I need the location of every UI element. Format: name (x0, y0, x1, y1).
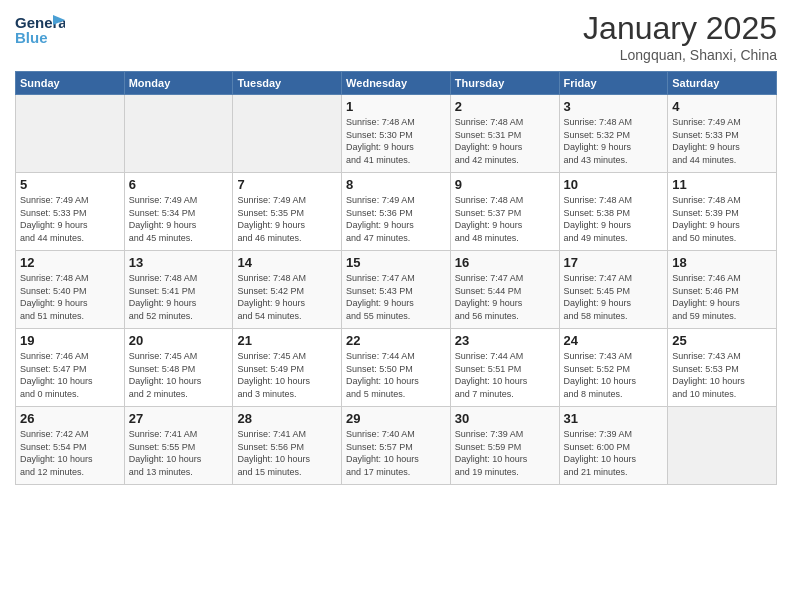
day-info: Sunrise: 7:44 AM Sunset: 5:51 PM Dayligh… (455, 350, 555, 400)
day-number: 26 (20, 411, 120, 426)
calendar-cell: 14Sunrise: 7:48 AM Sunset: 5:42 PM Dayli… (233, 251, 342, 329)
calendar-cell: 3Sunrise: 7:48 AM Sunset: 5:32 PM Daylig… (559, 95, 668, 173)
day-info: Sunrise: 7:47 AM Sunset: 5:43 PM Dayligh… (346, 272, 446, 322)
day-info: Sunrise: 7:42 AM Sunset: 5:54 PM Dayligh… (20, 428, 120, 478)
day-info: Sunrise: 7:48 AM Sunset: 5:31 PM Dayligh… (455, 116, 555, 166)
day-info: Sunrise: 7:48 AM Sunset: 5:32 PM Dayligh… (564, 116, 664, 166)
header-wednesday: Wednesday (342, 72, 451, 95)
calendar-cell: 24Sunrise: 7:43 AM Sunset: 5:52 PM Dayli… (559, 329, 668, 407)
calendar-cell: 31Sunrise: 7:39 AM Sunset: 6:00 PM Dayli… (559, 407, 668, 485)
header: General Blue January 2025 Longquan, Shan… (15, 10, 777, 63)
calendar-cell: 10Sunrise: 7:48 AM Sunset: 5:38 PM Dayli… (559, 173, 668, 251)
day-number: 17 (564, 255, 664, 270)
calendar-week-4: 26Sunrise: 7:42 AM Sunset: 5:54 PM Dayli… (16, 407, 777, 485)
day-number: 3 (564, 99, 664, 114)
day-number: 20 (129, 333, 229, 348)
day-number: 18 (672, 255, 772, 270)
day-info: Sunrise: 7:48 AM Sunset: 5:37 PM Dayligh… (455, 194, 555, 244)
header-sunday: Sunday (16, 72, 125, 95)
calendar-cell: 1Sunrise: 7:48 AM Sunset: 5:30 PM Daylig… (342, 95, 451, 173)
day-info: Sunrise: 7:48 AM Sunset: 5:30 PM Dayligh… (346, 116, 446, 166)
day-number: 14 (237, 255, 337, 270)
day-number: 2 (455, 99, 555, 114)
day-number: 9 (455, 177, 555, 192)
calendar-cell: 25Sunrise: 7:43 AM Sunset: 5:53 PM Dayli… (668, 329, 777, 407)
calendar-cell: 30Sunrise: 7:39 AM Sunset: 5:59 PM Dayli… (450, 407, 559, 485)
day-number: 29 (346, 411, 446, 426)
calendar-table: Sunday Monday Tuesday Wednesday Thursday… (15, 71, 777, 485)
calendar-cell: 19Sunrise: 7:46 AM Sunset: 5:47 PM Dayli… (16, 329, 125, 407)
calendar-cell: 27Sunrise: 7:41 AM Sunset: 5:55 PM Dayli… (124, 407, 233, 485)
header-tuesday: Tuesday (233, 72, 342, 95)
month-title: January 2025 (583, 10, 777, 47)
calendar-cell: 17Sunrise: 7:47 AM Sunset: 5:45 PM Dayli… (559, 251, 668, 329)
day-info: Sunrise: 7:40 AM Sunset: 5:57 PM Dayligh… (346, 428, 446, 478)
calendar-cell: 8Sunrise: 7:49 AM Sunset: 5:36 PM Daylig… (342, 173, 451, 251)
calendar-cell (233, 95, 342, 173)
calendar-cell (668, 407, 777, 485)
day-number: 15 (346, 255, 446, 270)
day-number: 5 (20, 177, 120, 192)
day-number: 27 (129, 411, 229, 426)
calendar-week-3: 19Sunrise: 7:46 AM Sunset: 5:47 PM Dayli… (16, 329, 777, 407)
day-number: 23 (455, 333, 555, 348)
header-saturday: Saturday (668, 72, 777, 95)
svg-text:Blue: Blue (15, 29, 48, 46)
day-info: Sunrise: 7:39 AM Sunset: 6:00 PM Dayligh… (564, 428, 664, 478)
calendar-cell: 23Sunrise: 7:44 AM Sunset: 5:51 PM Dayli… (450, 329, 559, 407)
logo-icon: General Blue (15, 10, 65, 50)
calendar-cell: 7Sunrise: 7:49 AM Sunset: 5:35 PM Daylig… (233, 173, 342, 251)
day-info: Sunrise: 7:49 AM Sunset: 5:36 PM Dayligh… (346, 194, 446, 244)
day-info: Sunrise: 7:44 AM Sunset: 5:50 PM Dayligh… (346, 350, 446, 400)
calendar-cell: 2Sunrise: 7:48 AM Sunset: 5:31 PM Daylig… (450, 95, 559, 173)
calendar-cell (16, 95, 125, 173)
day-number: 10 (564, 177, 664, 192)
day-number: 1 (346, 99, 446, 114)
calendar-week-0: 1Sunrise: 7:48 AM Sunset: 5:30 PM Daylig… (16, 95, 777, 173)
calendar-week-1: 5Sunrise: 7:49 AM Sunset: 5:33 PM Daylig… (16, 173, 777, 251)
calendar-cell: 20Sunrise: 7:45 AM Sunset: 5:48 PM Dayli… (124, 329, 233, 407)
day-info: Sunrise: 7:41 AM Sunset: 5:55 PM Dayligh… (129, 428, 229, 478)
day-number: 19 (20, 333, 120, 348)
day-number: 12 (20, 255, 120, 270)
day-info: Sunrise: 7:45 AM Sunset: 5:49 PM Dayligh… (237, 350, 337, 400)
day-info: Sunrise: 7:43 AM Sunset: 5:52 PM Dayligh… (564, 350, 664, 400)
calendar-cell: 26Sunrise: 7:42 AM Sunset: 5:54 PM Dayli… (16, 407, 125, 485)
day-number: 30 (455, 411, 555, 426)
calendar-cell: 29Sunrise: 7:40 AM Sunset: 5:57 PM Dayli… (342, 407, 451, 485)
day-number: 8 (346, 177, 446, 192)
day-info: Sunrise: 7:45 AM Sunset: 5:48 PM Dayligh… (129, 350, 229, 400)
day-info: Sunrise: 7:49 AM Sunset: 5:33 PM Dayligh… (20, 194, 120, 244)
day-number: 6 (129, 177, 229, 192)
day-info: Sunrise: 7:46 AM Sunset: 5:47 PM Dayligh… (20, 350, 120, 400)
calendar-cell: 28Sunrise: 7:41 AM Sunset: 5:56 PM Dayli… (233, 407, 342, 485)
calendar-cell: 12Sunrise: 7:48 AM Sunset: 5:40 PM Dayli… (16, 251, 125, 329)
day-info: Sunrise: 7:48 AM Sunset: 5:39 PM Dayligh… (672, 194, 772, 244)
day-info: Sunrise: 7:39 AM Sunset: 5:59 PM Dayligh… (455, 428, 555, 478)
day-number: 13 (129, 255, 229, 270)
day-info: Sunrise: 7:48 AM Sunset: 5:40 PM Dayligh… (20, 272, 120, 322)
day-number: 25 (672, 333, 772, 348)
logo: General Blue (15, 10, 65, 54)
day-info: Sunrise: 7:48 AM Sunset: 5:38 PM Dayligh… (564, 194, 664, 244)
calendar-cell: 22Sunrise: 7:44 AM Sunset: 5:50 PM Dayli… (342, 329, 451, 407)
calendar-cell (124, 95, 233, 173)
calendar-cell: 13Sunrise: 7:48 AM Sunset: 5:41 PM Dayli… (124, 251, 233, 329)
day-info: Sunrise: 7:49 AM Sunset: 5:34 PM Dayligh… (129, 194, 229, 244)
title-block: January 2025 Longquan, Shanxi, China (583, 10, 777, 63)
day-info: Sunrise: 7:43 AM Sunset: 5:53 PM Dayligh… (672, 350, 772, 400)
calendar-cell: 5Sunrise: 7:49 AM Sunset: 5:33 PM Daylig… (16, 173, 125, 251)
header-thursday: Thursday (450, 72, 559, 95)
calendar-cell: 9Sunrise: 7:48 AM Sunset: 5:37 PM Daylig… (450, 173, 559, 251)
calendar-week-2: 12Sunrise: 7:48 AM Sunset: 5:40 PM Dayli… (16, 251, 777, 329)
calendar-cell: 4Sunrise: 7:49 AM Sunset: 5:33 PM Daylig… (668, 95, 777, 173)
day-info: Sunrise: 7:48 AM Sunset: 5:41 PM Dayligh… (129, 272, 229, 322)
day-number: 21 (237, 333, 337, 348)
calendar-cell: 18Sunrise: 7:46 AM Sunset: 5:46 PM Dayli… (668, 251, 777, 329)
day-number: 22 (346, 333, 446, 348)
header-row: Sunday Monday Tuesday Wednesday Thursday… (16, 72, 777, 95)
day-number: 24 (564, 333, 664, 348)
day-number: 28 (237, 411, 337, 426)
day-info: Sunrise: 7:48 AM Sunset: 5:42 PM Dayligh… (237, 272, 337, 322)
calendar-cell: 6Sunrise: 7:49 AM Sunset: 5:34 PM Daylig… (124, 173, 233, 251)
